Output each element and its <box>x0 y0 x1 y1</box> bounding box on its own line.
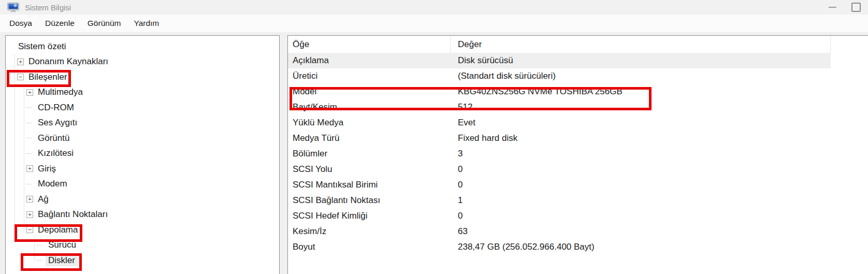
tree-item-label: Modem <box>35 178 70 190</box>
tree-connector-line <box>26 138 32 138</box>
tree-expand-gutter <box>37 260 46 261</box>
column-header-value[interactable]: Değer <box>451 36 831 53</box>
table-row-model[interactable]: ModelKBG40ZNS256G NVMe TOSHIBA 256GB <box>288 84 831 99</box>
tree-item-donan-m-kaynaklar-[interactable]: +Donanım Kaynakları <box>17 54 279 70</box>
tree-item-diskler[interactable]: Diskler <box>37 253 279 268</box>
expand-plus-icon[interactable]: + <box>26 196 33 203</box>
tree-item-label: Multimedya <box>35 86 85 98</box>
maximize-button[interactable] <box>844 0 868 15</box>
maximize-icon <box>851 3 861 12</box>
tree-item-sistem-zeti[interactable]: Sistem özeti <box>7 39 279 54</box>
tree-expand-gutter: − <box>17 74 26 80</box>
item-cell: Model <box>288 84 451 99</box>
value-cell: 0 <box>451 177 831 193</box>
column-header-item[interactable]: Öğe <box>288 36 451 53</box>
value-cell: 238,47 GB (256.052.966.400 Bayt) <box>451 239 831 255</box>
tree-expand-gutter <box>26 153 35 154</box>
menu-item-dosya[interactable]: Dosya <box>9 19 32 28</box>
tree-expand-gutter: − <box>26 226 35 233</box>
tree-item-modem[interactable]: Modem <box>26 177 279 192</box>
tree-item-label: Diskler <box>46 255 78 266</box>
category-tree-panel: Sistem özeti+Donanım Kaynakları−Bileşenl… <box>5 35 280 274</box>
detail-grid: Öğe Değer AçıklamaDisk sürücüsüÜretici(S… <box>288 36 868 255</box>
tree-item-depolama[interactable]: −Depolama <box>26 222 279 238</box>
item-cell: SCSI Hedef Kimliği <box>288 208 451 224</box>
grid-header: Öğe Değer <box>288 36 868 53</box>
expand-plus-icon[interactable]: + <box>26 211 33 218</box>
value-cell: (Standart disk sürücüleri) <box>451 68 831 84</box>
table-row-scsi-ba-lant-noktas-[interactable]: SCSI Bağlantı Noktası1 <box>288 193 831 208</box>
grid-rows: AçıklamaDisk sürücüsüÜretici(Standart di… <box>288 53 868 255</box>
item-cell: SCSI Mantıksal Birimi <box>288 177 451 193</box>
item-cell: Boyut <box>288 239 451 255</box>
value-cell: 512 <box>451 99 831 115</box>
value-cell: 63 <box>451 224 831 239</box>
tree-item-label: Sürücü <box>46 239 79 251</box>
tree-item-ba-lant-noktalar-[interactable]: +Bağlantı Noktaları <box>26 207 279 223</box>
detail-panel: Öğe Değer AçıklamaDisk sürücüsüÜretici(S… <box>287 35 868 274</box>
tree-expand-gutter <box>26 138 35 138</box>
tree-item-label: Kızılötesi <box>35 148 76 159</box>
value-cell: Evet <box>451 115 831 131</box>
tree-item-bile-enler[interactable]: −Bileşenler <box>17 69 279 85</box>
tree-item-ses-ayg-t-[interactable]: Ses Aygıtı <box>26 116 279 131</box>
item-cell: Yüklü Medya <box>288 115 451 131</box>
tree-expand-gutter: + <box>17 59 26 65</box>
tree-item-label: Donanım Kaynakları <box>26 56 111 67</box>
tree-connector-line <box>37 245 42 246</box>
menu-item-g-r-n-m[interactable]: Görünüm <box>88 19 121 28</box>
table-row-scsi-hedef-kimli-i[interactable]: SCSI Hedef Kimliği0 <box>288 208 831 224</box>
tree-expand-gutter <box>26 184 35 184</box>
tree-item-label: Ağ <box>35 194 51 205</box>
tree-item-giri-[interactable]: +Giriş <box>26 161 279 177</box>
value-cell: Fixed hard disk <box>451 131 831 146</box>
expand-plus-icon[interactable]: + <box>26 165 33 172</box>
tree-item-label: Görüntü <box>35 133 72 144</box>
tree-item-s-r-c-[interactable]: Sürücü <box>37 238 279 253</box>
item-cell: Bayt/Kesim <box>288 99 451 115</box>
tree-item-label: Depolama <box>35 224 81 236</box>
table-row-b-l-mler[interactable]: Bölümler3 <box>288 146 831 162</box>
expand-plus-icon[interactable]: + <box>26 89 33 96</box>
window-title: Sistem Bilgisi <box>25 3 71 12</box>
tree-connector-line <box>37 260 42 261</box>
table-row-scsi-yolu[interactable]: SCSI Yolu0 <box>288 162 831 177</box>
tree-expand-gutter: + <box>26 165 35 172</box>
collapse-minus-icon[interactable]: − <box>26 226 33 233</box>
table-row-medya-t-r-[interactable]: Medya TürüFixed hard disk <box>288 131 831 146</box>
table-row-y-kl-medya[interactable]: Yüklü MedyaEvet <box>288 115 831 131</box>
expand-plus-icon[interactable]: + <box>17 59 24 65</box>
minimize-icon <box>829 7 836 8</box>
tree-item-label: Giriş <box>35 163 59 175</box>
value-cell: Disk sürücüsü <box>451 53 831 68</box>
table-row-a-klama[interactable]: AçıklamaDisk sürücüsü <box>288 53 831 68</box>
tree-expand-gutter: + <box>26 89 35 96</box>
tree-expand-gutter <box>26 123 35 123</box>
table-row-scsi-mant-ksal-birimi[interactable]: SCSI Mantıksal Birimi0 <box>288 177 831 193</box>
value-cell: 1 <box>451 193 831 208</box>
table-row-boyut[interactable]: Boyut238,47 GB (256.052.966.400 Bayt) <box>288 239 831 255</box>
minimize-button[interactable] <box>820 0 844 15</box>
tree-item-g-r-nt-[interactable]: Görüntü <box>26 131 279 146</box>
value-cell: 3 <box>451 146 831 162</box>
tree-item-k-z-l-tesi[interactable]: Kızılötesi <box>26 146 279 162</box>
tree-expand-gutter: + <box>26 196 35 203</box>
tree-expand-gutter: + <box>26 211 35 218</box>
table-row-bayt-kesim[interactable]: Bayt/Kesim512 <box>288 99 831 115</box>
tree-item-multimedya[interactable]: +Multimedya <box>26 85 279 100</box>
item-cell: SCSI Bağlantı Noktası <box>288 193 451 208</box>
tree-item-cd-rom[interactable]: CD-ROM <box>26 100 279 116</box>
collapse-minus-icon[interactable]: − <box>17 74 24 80</box>
window-controls <box>820 0 868 15</box>
value-cell: KBG40ZNS256G NVMe TOSHIBA 256GB <box>451 84 831 99</box>
tree-connector-line <box>26 107 32 108</box>
tree-item-label: CD-ROM <box>35 102 77 113</box>
menu-item-d-zenle[interactable]: Düzenle <box>45 19 75 28</box>
table-row-kesim-i-z[interactable]: Kesim/İz63 <box>288 224 831 239</box>
menu-item-yard-m[interactable]: Yardım <box>134 19 159 28</box>
item-cell: Medya Türü <box>288 131 451 146</box>
tree-item-a-[interactable]: +Ağ <box>26 192 279 207</box>
tree-item-label: Ses Aygıtı <box>35 117 80 128</box>
tree-connector-line <box>26 123 32 123</box>
table-row--retici[interactable]: Üretici(Standart disk sürücüleri) <box>288 68 831 84</box>
